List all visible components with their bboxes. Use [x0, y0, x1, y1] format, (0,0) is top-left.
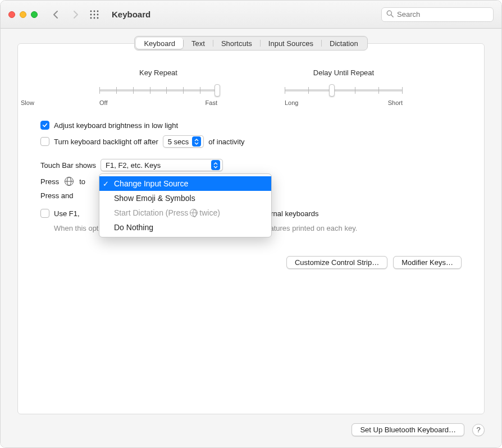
adjust-brightness-label: Adjust keyboard brightness in low light: [54, 121, 178, 130]
tab-dictation[interactable]: Dictation: [322, 38, 366, 49]
modifier-keys-button[interactable]: Modifier Keys…: [393, 256, 462, 269]
globe-icon: [65, 177, 74, 186]
show-all-icon[interactable]: [88, 8, 101, 21]
tab-text[interactable]: Text: [184, 38, 213, 49]
customize-control-strip-button[interactable]: Customize Control Strip…: [286, 256, 387, 269]
svg-point-5: [97, 13, 99, 15]
zoom-window-button[interactable]: [31, 11, 38, 18]
use-fkeys-checkbox[interactable]: [40, 209, 49, 218]
window-title: Keyboard: [112, 10, 150, 19]
tab-bar: Keyboard Text Shortcuts Input Sources Di…: [18, 36, 484, 51]
help-button[interactable]: ?: [472, 424, 485, 436]
delay-label: Delay Until Repeat: [313, 68, 374, 77]
key-repeat-slider[interactable]: [99, 84, 217, 97]
svg-point-0: [90, 10, 92, 12]
popup-stepper-icon: [192, 136, 201, 147]
back-button[interactable]: [50, 8, 62, 21]
window-controls: [8, 11, 38, 18]
minimize-window-button[interactable]: [20, 11, 26, 18]
titlebar: Keyboard: [1, 1, 501, 29]
preferences-window: Keyboard Keyboard Text Shortcuts Inp: [0, 0, 502, 448]
key-repeat-block: Key Repeat Off Slow Fast: [99, 68, 217, 106]
footer: Set Up Bluetooth Keyboard… ?: [17, 414, 485, 436]
checkmark-icon: ✓: [103, 180, 109, 188]
touch-bar-value: F1, F2, etc. Keys: [106, 161, 208, 170]
backlight-duration-value: 5 secs: [168, 138, 189, 146]
press-globe-suffix: to: [79, 177, 85, 186]
svg-point-6: [90, 17, 92, 19]
svg-point-4: [94, 13, 95, 15]
main-panel: Keyboard Text Shortcuts Input Sources Di…: [17, 43, 485, 414]
delay-until-repeat-block: Delay Until Repeat Long Short: [285, 68, 403, 106]
popup-stepper-icon: [211, 160, 220, 170]
globe-icon: [190, 209, 198, 217]
backlight-off-suffix: of inactivity: [208, 138, 244, 146]
menu-do-nothing[interactable]: Do Nothing: [99, 220, 271, 235]
delay-short-label: Short: [388, 99, 403, 106]
close-window-button[interactable]: [8, 11, 15, 18]
backlight-duration-popup[interactable]: 5 secs: [163, 135, 204, 148]
adjust-brightness-checkbox[interactable]: [40, 121, 49, 130]
touch-bar-popup[interactable]: F1, F2, etc. Keys: [101, 159, 223, 171]
svg-point-7: [94, 17, 95, 19]
svg-point-1: [94, 10, 95, 12]
tab-keyboard[interactable]: Keyboard: [136, 38, 183, 49]
menu-change-input-source[interactable]: ✓ Change Input Source: [99, 176, 271, 191]
touch-bar-label: Touch Bar shows: [40, 161, 96, 170]
press-globe-prefix: Press: [40, 177, 59, 186]
press-globe-menu: ✓ Change Input Source Show Emoji & Symbo…: [99, 173, 272, 237]
sliders: Key Repeat Off Slow Fast Delay Until Rep…: [40, 68, 462, 106]
key-repeat-fast-label: Fast: [206, 99, 217, 106]
key-repeat-label: Key Repeat: [139, 68, 177, 77]
press-and-hold-prefix: Press and: [40, 191, 74, 200]
svg-point-8: [97, 17, 99, 19]
delay-slider[interactable]: [285, 84, 403, 97]
panel-buttons: Customize Control Strip… Modifier Keys…: [40, 234, 462, 269]
bluetooth-keyboard-button[interactable]: Set Up Bluetooth Keyboard…: [352, 423, 464, 436]
menu-show-emoji-symbols[interactable]: Show Emoji & Symbols: [99, 191, 271, 205]
search-input[interactable]: [397, 10, 491, 19]
menu-start-dictation[interactable]: Start Dictation (Press twice): [99, 205, 271, 220]
search-field[interactable]: [381, 7, 494, 22]
tab-input-sources[interactable]: Input Sources: [261, 38, 321, 49]
key-repeat-slow-label: Slow: [21, 99, 34, 106]
touch-bar-row: Touch Bar shows F1, F2, etc. Keys: [40, 159, 462, 171]
backlight-off-prefix: Turn keyboard backlight off after: [54, 138, 158, 146]
adjust-brightness-row: Adjust keyboard brightness in low light: [40, 121, 462, 130]
key-repeat-off-label: Off: [99, 99, 107, 106]
svg-point-3: [90, 13, 92, 15]
tab-shortcuts[interactable]: Shortcuts: [213, 38, 260, 49]
backlight-off-checkbox[interactable]: [40, 137, 49, 146]
forward-button[interactable]: [69, 8, 81, 21]
delay-long-label: Long: [285, 99, 298, 106]
use-fkeys-label-visible: Use F1,: [54, 209, 80, 218]
press-globe-row: Press to ✓ Change Input Source Show Emoj…: [40, 177, 462, 186]
svg-point-2: [97, 10, 99, 12]
backlight-off-row: Turn keyboard backlight off after 5 secs…: [40, 135, 462, 148]
content-area: Keyboard Text Shortcuts Input Sources Di…: [1, 29, 501, 447]
search-icon: [386, 10, 394, 19]
svg-line-10: [391, 15, 394, 17]
